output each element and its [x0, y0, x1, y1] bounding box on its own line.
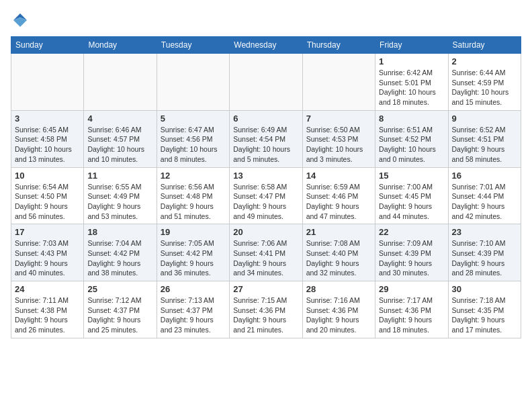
- day-number: 23: [452, 227, 517, 237]
- calendar-day-cell: [230, 54, 302, 111]
- day-header-tuesday: Tuesday: [157, 37, 229, 54]
- day-number: 2: [452, 56, 517, 66]
- day-info: Sunrise: 7:09 AM Sunset: 4:39 PM Dayligh…: [379, 238, 444, 278]
- day-info: Sunrise: 7:00 AM Sunset: 4:45 PM Dayligh…: [379, 182, 444, 222]
- calendar-week-row: 17Sunrise: 7:03 AM Sunset: 4:43 PM Dayli…: [11, 224, 521, 281]
- day-info: Sunrise: 6:55 AM Sunset: 4:49 PM Dayligh…: [87, 182, 152, 222]
- day-info: Sunrise: 7:03 AM Sunset: 4:43 PM Dayligh…: [15, 238, 80, 278]
- day-header-monday: Monday: [84, 37, 157, 54]
- day-info: Sunrise: 7:18 AM Sunset: 4:35 PM Dayligh…: [452, 295, 517, 335]
- day-number: 11: [87, 171, 152, 181]
- calendar-day-cell: 6Sunrise: 6:49 AM Sunset: 4:54 PM Daylig…: [230, 110, 302, 167]
- day-number: 30: [452, 284, 517, 294]
- day-info: Sunrise: 7:06 AM Sunset: 4:41 PM Dayligh…: [233, 238, 298, 278]
- day-number: 21: [306, 227, 371, 237]
- day-number: 6: [233, 113, 298, 124]
- calendar-day-cell: 30Sunrise: 7:18 AM Sunset: 4:35 PM Dayli…: [448, 281, 521, 338]
- calendar-day-cell: [302, 54, 375, 111]
- day-number: 20: [233, 227, 298, 237]
- calendar-week-row: 10Sunrise: 6:54 AM Sunset: 4:50 PM Dayli…: [11, 167, 521, 224]
- day-info: Sunrise: 7:11 AM Sunset: 4:38 PM Dayligh…: [15, 295, 80, 335]
- day-header-sunday: Sunday: [11, 37, 84, 54]
- day-number: 13: [233, 171, 298, 181]
- calendar-week-row: 1Sunrise: 6:42 AM Sunset: 5:01 PM Daylig…: [11, 54, 521, 111]
- day-info: Sunrise: 7:04 AM Sunset: 4:42 PM Dayligh…: [87, 238, 152, 278]
- calendar-day-cell: 11Sunrise: 6:55 AM Sunset: 4:49 PM Dayli…: [84, 167, 157, 224]
- day-info: Sunrise: 7:13 AM Sunset: 4:37 PM Dayligh…: [161, 295, 226, 335]
- page-header: [11, 11, 521, 30]
- day-info: Sunrise: 6:54 AM Sunset: 4:50 PM Dayligh…: [15, 182, 80, 222]
- calendar-day-cell: 13Sunrise: 6:58 AM Sunset: 4:47 PM Dayli…: [230, 167, 302, 224]
- day-header-wednesday: Wednesday: [230, 37, 302, 54]
- day-number: 4: [87, 113, 152, 124]
- day-number: 8: [379, 113, 444, 124]
- calendar-day-cell: 16Sunrise: 7:01 AM Sunset: 4:44 PM Dayli…: [448, 167, 521, 224]
- day-info: Sunrise: 7:17 AM Sunset: 4:36 PM Dayligh…: [379, 295, 444, 335]
- calendar-day-cell: [11, 54, 84, 111]
- day-number: 19: [161, 227, 226, 237]
- day-info: Sunrise: 7:16 AM Sunset: 4:36 PM Dayligh…: [306, 295, 371, 335]
- day-header-thursday: Thursday: [302, 37, 375, 54]
- calendar-day-cell: 29Sunrise: 7:17 AM Sunset: 4:36 PM Dayli…: [375, 281, 448, 338]
- day-info: Sunrise: 7:01 AM Sunset: 4:44 PM Dayligh…: [452, 182, 517, 222]
- day-info: Sunrise: 6:46 AM Sunset: 4:57 PM Dayligh…: [87, 125, 152, 165]
- calendar-day-cell: 18Sunrise: 7:04 AM Sunset: 4:42 PM Dayli…: [84, 224, 157, 281]
- day-info: Sunrise: 6:51 AM Sunset: 4:52 PM Dayligh…: [379, 125, 444, 165]
- day-info: Sunrise: 6:58 AM Sunset: 4:47 PM Dayligh…: [233, 182, 298, 222]
- day-info: Sunrise: 6:42 AM Sunset: 5:01 PM Dayligh…: [379, 68, 444, 107]
- day-info: Sunrise: 6:59 AM Sunset: 4:46 PM Dayligh…: [306, 182, 371, 222]
- calendar-header-row: SundayMondayTuesdayWednesdayThursdayFrid…: [11, 37, 521, 54]
- calendar-week-row: 24Sunrise: 7:11 AM Sunset: 4:38 PM Dayli…: [11, 281, 521, 338]
- day-number: 7: [306, 113, 371, 124]
- day-number: 14: [306, 171, 371, 181]
- calendar-day-cell: 3Sunrise: 6:45 AM Sunset: 4:58 PM Daylig…: [11, 110, 84, 167]
- day-number: 10: [15, 171, 80, 181]
- calendar-day-cell: 25Sunrise: 7:12 AM Sunset: 4:37 PM Dayli…: [84, 281, 157, 338]
- day-number: 24: [15, 284, 80, 294]
- calendar-day-cell: 19Sunrise: 7:05 AM Sunset: 4:42 PM Dayli…: [157, 224, 229, 281]
- calendar-day-cell: 2Sunrise: 6:44 AM Sunset: 4:59 PM Daylig…: [448, 54, 521, 111]
- calendar-day-cell: 28Sunrise: 7:16 AM Sunset: 4:36 PM Dayli…: [302, 281, 375, 338]
- logo-icon: [11, 11, 30, 30]
- calendar-day-cell: 12Sunrise: 6:56 AM Sunset: 4:48 PM Dayli…: [157, 167, 229, 224]
- calendar-day-cell: 14Sunrise: 6:59 AM Sunset: 4:46 PM Dayli…: [302, 167, 375, 224]
- calendar-day-cell: 27Sunrise: 7:15 AM Sunset: 4:36 PM Dayli…: [230, 281, 302, 338]
- calendar-day-cell: 23Sunrise: 7:10 AM Sunset: 4:39 PM Dayli…: [448, 224, 521, 281]
- calendar-week-row: 3Sunrise: 6:45 AM Sunset: 4:58 PM Daylig…: [11, 110, 521, 167]
- day-number: 15: [379, 171, 444, 181]
- day-info: Sunrise: 6:52 AM Sunset: 4:51 PM Dayligh…: [452, 125, 517, 165]
- day-number: 1: [379, 56, 444, 66]
- day-info: Sunrise: 6:44 AM Sunset: 4:59 PM Dayligh…: [452, 68, 517, 107]
- day-number: 17: [15, 227, 80, 237]
- calendar-day-cell: 17Sunrise: 7:03 AM Sunset: 4:43 PM Dayli…: [11, 224, 84, 281]
- calendar-day-cell: 20Sunrise: 7:06 AM Sunset: 4:41 PM Dayli…: [230, 224, 302, 281]
- calendar-day-cell: 22Sunrise: 7:09 AM Sunset: 4:39 PM Dayli…: [375, 224, 448, 281]
- day-number: 29: [379, 284, 444, 294]
- calendar-day-cell: 5Sunrise: 6:47 AM Sunset: 4:56 PM Daylig…: [157, 110, 229, 167]
- calendar-day-cell: 1Sunrise: 6:42 AM Sunset: 5:01 PM Daylig…: [375, 54, 448, 111]
- logo: [11, 11, 32, 30]
- day-number: 3: [15, 113, 80, 124]
- day-number: 12: [161, 171, 226, 181]
- day-info: Sunrise: 7:12 AM Sunset: 4:37 PM Dayligh…: [87, 295, 152, 335]
- day-info: Sunrise: 6:50 AM Sunset: 4:53 PM Dayligh…: [306, 125, 371, 165]
- calendar-day-cell: 7Sunrise: 6:50 AM Sunset: 4:53 PM Daylig…: [302, 110, 375, 167]
- calendar-day-cell: 10Sunrise: 6:54 AM Sunset: 4:50 PM Dayli…: [11, 167, 84, 224]
- day-info: Sunrise: 7:08 AM Sunset: 4:40 PM Dayligh…: [306, 238, 371, 278]
- day-info: Sunrise: 7:15 AM Sunset: 4:36 PM Dayligh…: [233, 295, 298, 335]
- day-number: 28: [306, 284, 371, 294]
- day-info: Sunrise: 6:56 AM Sunset: 4:48 PM Dayligh…: [161, 182, 226, 222]
- day-info: Sunrise: 6:47 AM Sunset: 4:56 PM Dayligh…: [161, 125, 226, 165]
- calendar-day-cell: [84, 54, 157, 111]
- day-number: 16: [452, 171, 517, 181]
- calendar-day-cell: 8Sunrise: 6:51 AM Sunset: 4:52 PM Daylig…: [375, 110, 448, 167]
- calendar-day-cell: 15Sunrise: 7:00 AM Sunset: 4:45 PM Dayli…: [375, 167, 448, 224]
- day-info: Sunrise: 7:10 AM Sunset: 4:39 PM Dayligh…: [452, 238, 517, 278]
- day-info: Sunrise: 6:49 AM Sunset: 4:54 PM Dayligh…: [233, 125, 298, 165]
- day-header-saturday: Saturday: [448, 37, 521, 54]
- day-number: 25: [87, 284, 152, 294]
- day-number: 18: [87, 227, 152, 237]
- calendar-table: SundayMondayTuesdayWednesdayThursdayFrid…: [11, 36, 521, 338]
- day-info: Sunrise: 7:05 AM Sunset: 4:42 PM Dayligh…: [161, 238, 226, 278]
- calendar-day-cell: [157, 54, 229, 111]
